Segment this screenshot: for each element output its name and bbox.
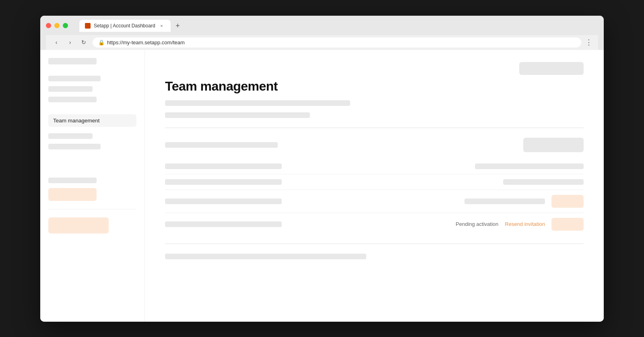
member-status-skeleton <box>503 179 584 185</box>
member-name-skeleton <box>165 179 282 185</box>
forward-button[interactable]: › <box>65 37 75 47</box>
browser-controls: Setapp | Account Dashboard × + <box>46 20 598 32</box>
sidebar-nav-skeleton-3 <box>48 97 97 102</box>
tab-bar: Setapp | Account Dashboard × + <box>79 20 184 32</box>
traffic-light-red[interactable] <box>46 23 51 28</box>
page-header: Team management <box>165 79 584 118</box>
member-status-skeleton <box>475 163 584 169</box>
sidebar-nav-skeleton-2 <box>48 86 93 92</box>
refresh-button[interactable]: ↻ <box>79 37 89 47</box>
page-content: Team management <box>40 50 604 322</box>
browser-chrome: Setapp | Account Dashboard × + ‹ › ↻ 🔒 h… <box>40 16 604 50</box>
browser-tab-active[interactable]: Setapp | Account Dashboard × <box>79 20 171 32</box>
top-right-action-skeleton <box>519 62 584 75</box>
sidebar-nav-skeleton-1 <box>48 76 101 81</box>
tab-title: Setapp | Account Dashboard <box>94 23 155 29</box>
tab-close-button[interactable]: × <box>159 23 165 29</box>
page-title: Team management <box>165 79 584 94</box>
member-name-skeleton <box>165 198 282 204</box>
sidebar-orange-button-1[interactable] <box>48 188 97 201</box>
bottom-divider <box>165 244 584 244</box>
table-row <box>165 174 584 190</box>
table-row <box>165 159 584 174</box>
sidebar-item-team-management[interactable]: Team management <box>48 114 136 127</box>
address-bar-row: ‹ › ↻ 🔒 https://my-team.setapp.com/team … <box>46 35 598 50</box>
page-desc-skeleton-1 <box>165 100 350 106</box>
browser-menu-button[interactable]: ⋮ <box>585 38 592 47</box>
team-header-row <box>165 138 584 152</box>
sidebar-orange-button-2[interactable] <box>48 217 109 234</box>
sidebar-nav-skeleton-5 <box>48 144 101 149</box>
main-content: Team management <box>145 50 604 322</box>
section-divider <box>165 128 584 128</box>
member-name-skeleton <box>165 221 282 227</box>
sidebar-nav <box>48 76 136 102</box>
sidebar-nav-skeleton-4 <box>48 133 93 139</box>
team-header-skeleton <box>165 142 278 148</box>
traffic-light-yellow[interactable] <box>54 23 60 28</box>
new-tab-button[interactable]: + <box>172 21 184 32</box>
sidebar: Team management <box>40 50 145 322</box>
url-text: https://my-team.setapp.com/team <box>107 39 185 45</box>
sidebar-section-2 <box>48 133 136 149</box>
table-row <box>165 190 584 213</box>
back-button[interactable]: ‹ <box>52 37 61 47</box>
member-name-skeleton <box>165 163 282 169</box>
page-desc-skeleton-2 <box>165 112 310 118</box>
member-status-skeleton <box>464 198 545 204</box>
sidebar-item-label: Team management <box>53 118 100 124</box>
bottom-section-skeleton <box>165 254 366 259</box>
pending-status-text: Pending activation <box>456 221 498 227</box>
lock-icon: 🔒 <box>98 39 104 45</box>
address-field[interactable]: 🔒 https://my-team.setapp.com/team <box>93 37 581 48</box>
sidebar-bottom-section <box>48 178 136 201</box>
tab-favicon <box>85 23 91 29</box>
action-button-skeleton[interactable] <box>551 195 584 208</box>
sidebar-bottom-skeleton-1 <box>48 178 97 183</box>
action-button-skeleton[interactable] <box>551 218 584 231</box>
team-table: Pending activation Resend invitation <box>165 159 584 236</box>
table-row: Pending activation Resend invitation <box>165 213 584 236</box>
resend-invitation-link[interactable]: Resend invitation <box>505 221 545 227</box>
sidebar-logo-skeleton <box>48 58 97 64</box>
browser-window: Setapp | Account Dashboard × + ‹ › ↻ 🔒 h… <box>40 16 604 322</box>
traffic-light-green[interactable] <box>63 23 68 28</box>
add-member-button-skeleton <box>523 138 584 152</box>
